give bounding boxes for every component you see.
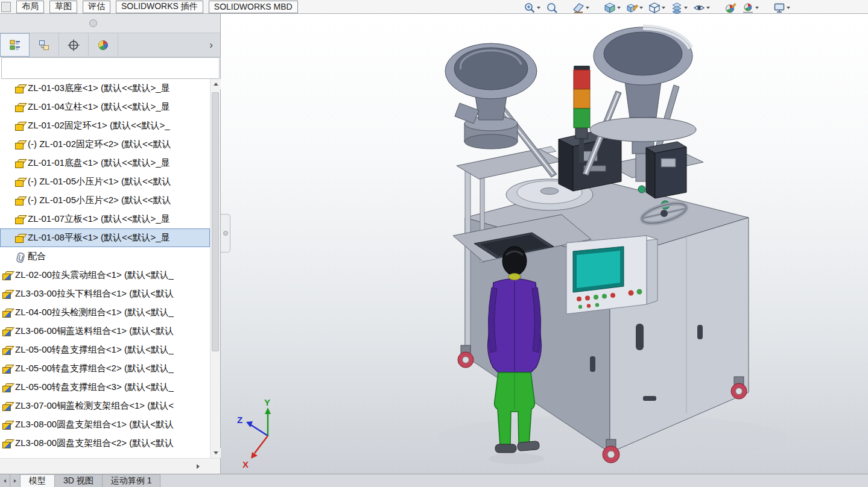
ribbon-tab[interactable]: SOLIDWORKS MBD [209,1,298,13]
tree-item[interactable]: ZL3-06-00铜盖送料组合<1> (默认<默认 [0,322,210,341]
dropdown-caret-icon[interactable] [662,7,665,9]
model-tab[interactable]: 运动算例 1 [103,474,161,487]
panel-splitter-grip[interactable] [0,14,220,33]
featuremanager-tree-icon [8,39,22,52]
tree-item[interactable]: ZL-01-02固定环<1> (默认<<默认>_ [0,116,210,135]
tab-scroll-right-button[interactable] [10,474,21,487]
tree-item[interactable]: 配合 [0,247,210,266]
control-panel[interactable] [566,236,657,314]
tree-filter-box[interactable] [1,57,220,79]
tree-item-label: ZL3-08-00圆盘支架组合<2> (默认<默认 [15,438,174,449]
tree-item-icon [14,140,25,149]
tree-item-label: ZL3-03-00拉头下料组合<1> (默认<默认 [15,288,174,300]
dropdown-caret-icon[interactable] [787,7,790,9]
tree-vertical-scrollbar[interactable] [210,79,220,458]
ribbon-tab[interactable]: 草图 [49,1,77,13]
apply-scene-icon[interactable] [742,2,759,14]
dropdown-caret-icon[interactable] [639,7,643,9]
tree-item[interactable]: ZL-01-01底盘<1> (默认<<默认>_显 [0,154,210,172]
tree-horizontal-scrollbar[interactable] [0,458,220,474]
featuremanager-panel: › ZL-01-03底座<1> (默认<<默认>_显 ZL-01-04立柱<1>… [0,14,221,474]
tab-scroll-left-button[interactable] [0,474,10,487]
scroll-up-button[interactable] [211,79,221,89]
tree-item[interactable]: ZL3-07-00铜盖检测支架组合<1> (默认< [0,397,210,415]
tree-item[interactable]: ZL3-08-00圆盘支架组合<1> (默认<默认 [0,415,210,434]
tree-item[interactable]: ZL3-08-00圆盘支架组合<2> (默认<默认 [0,434,210,453]
ribbon-tab[interactable]: 评估 [83,1,110,13]
tree-item-label: ZL-04-00拉头检测组合<1> (默认<默认_ [15,307,174,318]
tree-item[interactable]: ZL-05-00转盘支撑组合<3> (默认<默认_ [0,378,210,397]
tree-item[interactable]: ZL-05-00转盘支撑组合<2> (默认<默认_ [0,359,210,378]
dropdown-caret-icon[interactable] [755,7,759,9]
tree-item-icon [2,364,12,374]
tree-item[interactable]: ZL-01-08平板<1> (默认<<默认>_显 [0,228,210,247]
propertymanager-tab[interactable] [30,33,59,57]
zoom-fit-icon[interactable] [546,2,558,14]
view-orientation-icon[interactable] [604,2,621,14]
tree-item[interactable]: ZL-01-04立柱<1> (默认<<默认>_显 [0,98,210,116]
tree-item-label: (-) ZL-01-05小压片<1> (默认<<默认 [28,176,171,187]
dropdown-caret-icon[interactable] [706,7,710,9]
tree-item-label: ZL-05-00转盘支撑组合<2> (默认<默认_ [15,363,174,374]
viewport-3d-scene[interactable]: Y Z X [221,14,868,474]
ribbon-tab[interactable]: SOLIDWORKS 插件 [116,1,203,13]
section-view-icon[interactable] [572,2,589,14]
arrow-left-icon [4,479,6,483]
tree-item-icon [2,401,12,411]
panel-collapse-handle[interactable] [221,214,230,253]
tree-item-icon [2,271,12,280]
featuremanager-tree-tab[interactable] [0,33,30,57]
edit-appearance-icon[interactable] [626,2,643,14]
tree-item-label: (-) ZL-01-02固定环<2> (默认<<默认 [28,139,171,150]
tree-item-icon [2,289,12,299]
scrollbar-thumb[interactable] [212,92,219,351]
ribbon-tab[interactable]: 布局 [16,1,44,13]
tree-item-icon [2,383,12,392]
configurationmanager-tab[interactable] [59,33,89,57]
appearances-icon[interactable] [724,2,737,14]
tree-item[interactable]: ZL3-03-00拉头下料组合<1> (默认<默认 [0,284,210,303]
ribbon-overflow-icon[interactable] [1,2,11,12]
scroll-down-button[interactable] [211,448,221,458]
tree-item-icon [14,102,25,112]
tree-item-label: ZL3-08-00圆盘支架组合<1> (默认<默认 [15,419,174,430]
tree-item-icon [14,121,25,131]
tree-item-icon [14,233,25,243]
panel-expand-chevron[interactable]: › [206,33,217,57]
tree-item[interactable]: (-) ZL-01-02固定环<2> (默认<<默认 [0,135,210,154]
splitter-dot-icon[interactable] [89,19,97,27]
tree-item[interactable]: (-) ZL-01-05小压片<2> (默认<<默认 [0,191,210,210]
commandmanager-tab-bar: 布局 草图 评估 SOLIDWORKS 插件 SOLIDWORKS MBD [0,0,868,14]
tree-item-label: ZL-05-00转盘支撑组合<1> (默认<默认_ [15,344,174,356]
graphics-viewport[interactable]: Y Z X [221,14,868,474]
zoom-to-area-icon[interactable] [524,2,540,14]
configurationmanager-icon [67,39,80,52]
tree-item[interactable]: ZL-02-00拉头震动组合<1> (默认<默认_ [0,266,210,284]
view-settings-icon[interactable] [773,2,790,14]
tree-item-label: ZL-01-04立柱<1> (默认<<默认>_显 [28,101,170,113]
featuremanager-tab-strip [0,33,220,57]
dropdown-caret-icon[interactable] [586,7,589,9]
displaymanager-tab[interactable] [89,33,118,57]
dropdown-caret-icon[interactable] [617,7,621,9]
hide-show-items-icon[interactable] [671,2,688,14]
dropdown-caret-icon[interactable] [684,7,688,9]
tree-item-icon [2,327,12,336]
tree-item[interactable]: ZL-05-00转盘支撑组合<1> (默认<默认_ [0,341,210,359]
tree-item[interactable]: ZL-04-00拉头检测组合<1> (默认<默认_ [0,303,210,322]
tree-item[interactable]: ZL-01-07立板<1> (默认<<默认>_显 [0,210,210,228]
tree-item-icon [14,196,25,206]
dropdown-caret-icon[interactable] [537,7,540,9]
tree-item-icon [2,439,12,448]
tree-item[interactable]: (-) ZL-01-05小压片<1> (默认<<默认 [0,172,210,191]
display-style-icon[interactable] [648,2,665,14]
eye-icon[interactable] [693,2,710,14]
solidworks-window: 布局 草图 评估 SOLIDWORKS 插件 SOLIDWORKS MBD [0,0,868,487]
tree-item-label: ZL-02-00拉头震动组合<1> (默认<默认_ [15,269,174,281]
tree-item[interactable]: ZL-01-03底座<1> (默认<<默认>_显 [0,79,210,98]
model-tab[interactable]: 3D 视图 [55,474,103,487]
tree-item-icon [14,215,25,224]
orientation-triad: Y Z X [237,397,271,470]
model-tab[interactable]: 模型 [21,474,55,487]
scroll-right-button[interactable] [192,461,203,472]
